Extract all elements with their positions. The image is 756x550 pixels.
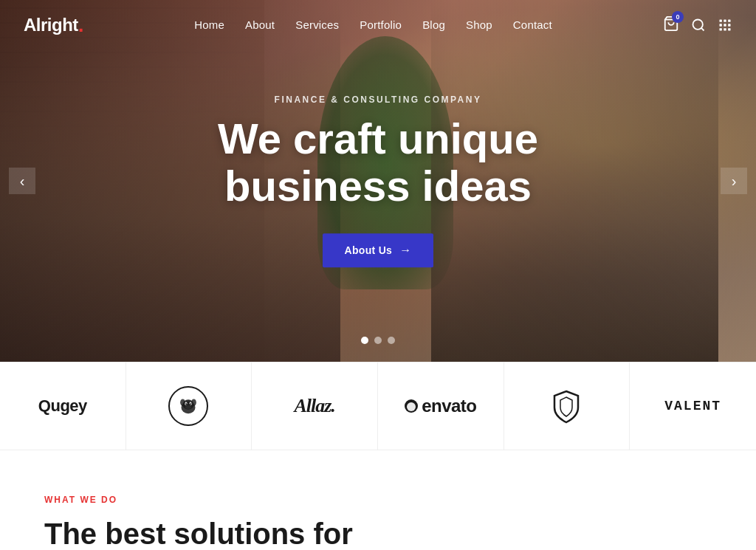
nav-home[interactable]: Home <box>194 18 224 31</box>
brands-grid: Qugey Allaz. <box>0 362 756 450</box>
svg-point-1 <box>693 20 702 30</box>
svg-rect-5 <box>728 20 730 22</box>
brand-qugey: Qugey <box>0 362 126 450</box>
logo-text: Alright <box>24 15 78 35</box>
svg-rect-8 <box>728 24 730 26</box>
nav-shop[interactable]: Shop <box>466 18 492 31</box>
search-icon <box>691 18 706 32</box>
nav-portfolio[interactable]: Portfolio <box>360 18 402 31</box>
carousel-dot-3[interactable] <box>388 337 395 344</box>
carousel-dots <box>361 337 395 344</box>
brand-qugey-logo: Qugey <box>38 396 87 416</box>
brand-shield <box>504 362 630 450</box>
svg-point-17 <box>186 403 188 405</box>
svg-rect-9 <box>719 28 721 30</box>
bottom-section: What We Do The best solutions for <box>0 450 756 550</box>
carousel-next-button[interactable]: › <box>721 168 747 194</box>
brands-section: Qugey Allaz. <box>0 362 756 450</box>
nav-blog[interactable]: Blog <box>422 18 445 31</box>
logo-dot: . <box>78 15 83 35</box>
bulldog-icon <box>168 386 208 426</box>
carousel-dot-1[interactable] <box>361 337 368 344</box>
solutions-title: The best solutions for <box>44 517 712 550</box>
hero-title-line1: We craft unique <box>218 114 538 162</box>
brand-envato-logo: envato <box>405 396 476 416</box>
search-button[interactable] <box>691 18 706 32</box>
what-we-do-label: What We Do <box>44 495 712 505</box>
svg-rect-3 <box>719 20 721 22</box>
svg-point-20 <box>192 399 197 406</box>
grid-menu-button[interactable] <box>718 18 732 32</box>
about-us-label: About Us <box>345 244 393 256</box>
brand-bulldog <box>126 362 252 450</box>
grid-icon <box>718 18 732 32</box>
cart-button[interactable]: 0 <box>663 16 679 35</box>
hero-subtitle: Finance & Consulting Company <box>127 94 629 105</box>
nav-contact[interactable]: Contact <box>513 18 552 31</box>
nav-services[interactable]: Services <box>295 18 339 31</box>
hero-title: We craft unique business ideas <box>127 115 629 210</box>
svg-point-19 <box>181 399 186 406</box>
svg-rect-10 <box>724 28 726 30</box>
brand-shield-logo <box>549 388 584 424</box>
about-us-button[interactable]: About Us → <box>323 233 434 267</box>
brand-valent: VALENT <box>630 362 756 450</box>
svg-point-16 <box>185 405 191 409</box>
navbar: Alright. Home About Services Portfolio B… <box>0 0 756 50</box>
svg-rect-4 <box>724 20 726 22</box>
svg-point-18 <box>190 403 191 405</box>
hero-section: Finance & Consulting Company We craft un… <box>0 0 756 362</box>
brand-allaz: Allaz. <box>252 362 378 450</box>
nav-about[interactable]: About <box>245 18 275 31</box>
brand-allaz-logo: Allaz. <box>294 395 334 417</box>
arrow-icon: → <box>399 244 411 257</box>
navbar-icons: 0 <box>663 16 732 35</box>
carousel-dot-2[interactable] <box>374 337 382 344</box>
svg-rect-6 <box>719 24 721 26</box>
brand-valent-logo: VALENT <box>664 399 721 413</box>
brand-envato: envato <box>378 362 504 450</box>
svg-rect-7 <box>724 24 726 26</box>
hero-content: Finance & Consulting Company We craft un… <box>127 94 629 267</box>
hero-title-line2: business ideas <box>224 162 532 210</box>
cart-badge: 0 <box>672 11 684 23</box>
nav-menu: Home About Services Portfolio Blog Shop … <box>194 18 552 32</box>
carousel-prev-button[interactable]: ‹ <box>9 168 35 194</box>
svg-line-2 <box>701 28 704 31</box>
logo[interactable]: Alright. <box>24 15 83 35</box>
svg-rect-11 <box>728 28 730 30</box>
